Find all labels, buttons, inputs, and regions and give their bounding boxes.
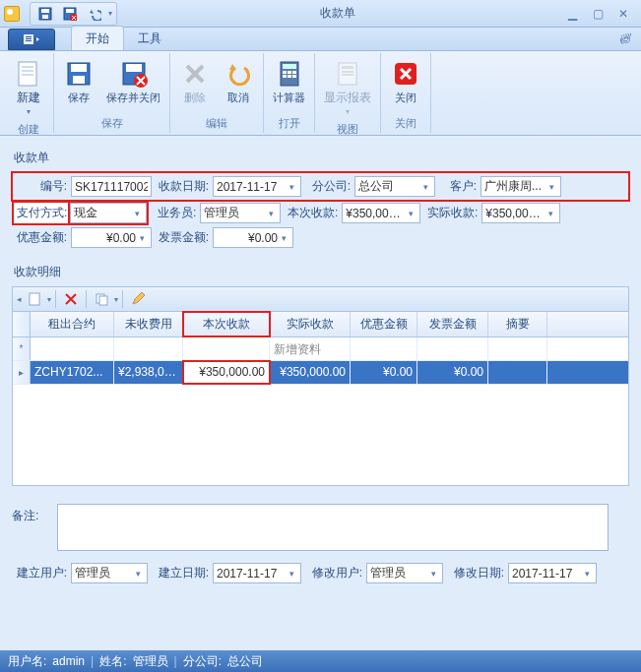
- chevron-down-icon[interactable]: ▾: [419, 182, 431, 192]
- toolbar-prev-icon[interactable]: ◂: [17, 294, 22, 304]
- app-icon: [4, 6, 20, 22]
- label-create-date: 建立日期:: [156, 565, 213, 581]
- svg-rect-13: [22, 74, 33, 76]
- toolbar-copy-icon[interactable]: [91, 289, 112, 309]
- chevron-down-icon[interactable]: ▾: [131, 209, 143, 218]
- remark-textarea[interactable]: [57, 504, 609, 551]
- col-thispay[interactable]: 本次收款: [183, 312, 270, 336]
- modify-date-combo[interactable]: 2017-11-17▾: [508, 563, 597, 583]
- qat-dropdown-icon[interactable]: ▾: [108, 9, 112, 18]
- svg-rect-18: [126, 64, 142, 72]
- toolbar-delete-icon[interactable]: [60, 289, 82, 309]
- delete-icon: [179, 58, 211, 90]
- spinner-icon[interactable]: ▾: [136, 233, 148, 243]
- qat-saveclose-icon[interactable]: [59, 4, 81, 24]
- toolbar-new-icon[interactable]: [24, 289, 45, 309]
- toolbar-copy-dd[interactable]: ▾: [114, 295, 118, 304]
- office-menu-button[interactable]: [8, 29, 55, 50]
- calculator-icon: [274, 58, 305, 90]
- group-edit-label: 编辑: [206, 115, 227, 133]
- discount-input[interactable]: ¥0.00▾: [71, 227, 152, 248]
- col-actual[interactable]: 实际收款: [270, 312, 351, 336]
- label-modify-date: 修改日期:: [451, 565, 508, 581]
- svg-rect-29: [342, 66, 353, 69]
- audit-footer: 建立用户: 管理员▾ 建立日期: 2017-11-17▾ 修改用户: 管理员▾ …: [12, 561, 629, 585]
- chevron-down-icon[interactable]: ▾: [132, 569, 144, 579]
- paytype-combo[interactable]: 现金▾: [70, 203, 147, 223]
- group-close-label: 关闭: [395, 115, 417, 133]
- col-invoice[interactable]: 发票金额: [417, 312, 488, 336]
- report-label: 显示报表: [324, 91, 371, 104]
- label-branch: 分公司:: [305, 178, 354, 195]
- tab-tools[interactable]: 工具: [124, 27, 175, 50]
- tab-start[interactable]: 开始: [71, 26, 124, 50]
- cell-actual[interactable]: ¥350,000.00: [270, 361, 351, 384]
- titlebar: ▾ 收款单 ▁ ▢ ✕: [0, 0, 641, 28]
- grid-data-row[interactable]: ▸ ZCHY1702... ¥2,938,000... ¥350,000.00 …: [13, 361, 628, 385]
- label-discount: 优惠金额:: [14, 229, 71, 246]
- qat-undo-icon[interactable]: [84, 4, 105, 24]
- col-unpaid[interactable]: 未收费用: [114, 312, 183, 336]
- toolbar-edit-icon[interactable]: [127, 289, 149, 309]
- chevron-down-icon[interactable]: ▾: [286, 569, 297, 579]
- svg-rect-12: [22, 70, 33, 72]
- spinner-icon[interactable]: ▾: [545, 209, 556, 218]
- label-remark: 备注:: [12, 504, 57, 524]
- detail-grid: 租出合约 未收费用 本次收款 实际收款 优惠金额 发票金额 摘要 * 新增资料 …: [12, 312, 629, 486]
- cancel-button[interactable]: 取消: [218, 55, 259, 107]
- actualpay-input[interactable]: ¥350,000.0▾: [481, 203, 560, 223]
- minimize-button[interactable]: ▁: [562, 6, 582, 22]
- toolbar-new-dd[interactable]: ▾: [47, 295, 51, 304]
- chevron-down-icon[interactable]: ▾: [265, 209, 277, 218]
- spinner-icon[interactable]: ▾: [278, 233, 289, 243]
- close-button[interactable]: 关闭: [385, 55, 426, 107]
- chevron-down-icon[interactable]: ▾: [581, 569, 593, 579]
- svg-rect-21: [283, 64, 296, 69]
- svg-rect-2: [42, 15, 48, 19]
- save-close-button[interactable]: 保存并关闭: [101, 55, 165, 107]
- svg-rect-4: [66, 9, 74, 13]
- close-window-button[interactable]: ✕: [613, 6, 633, 22]
- save-button[interactable]: 保存: [58, 55, 99, 107]
- branch-combo[interactable]: 总公司▾: [354, 176, 435, 197]
- svg-rect-22: [283, 71, 287, 74]
- qat-save-icon[interactable]: [34, 4, 56, 24]
- invoice-input[interactable]: ¥0.00▾: [213, 227, 293, 248]
- create-user-combo[interactable]: 管理员▾: [71, 563, 148, 583]
- modify-user-combo[interactable]: 管理员▾: [366, 563, 443, 583]
- cell-invoice[interactable]: ¥0.00: [417, 361, 488, 384]
- label-clerk: 业务员:: [151, 205, 200, 221]
- new-button[interactable]: 新建▾: [8, 55, 49, 121]
- thispay-input[interactable]: ¥350,000.0▾: [342, 203, 420, 223]
- customer-combo[interactable]: 广州康周...▾: [481, 176, 561, 197]
- date-combo[interactable]: 2017-11-17▾: [213, 176, 301, 197]
- chevron-down-icon[interactable]: ▾: [427, 569, 439, 579]
- ribbon-collapse-icon[interactable]: ༗: [609, 29, 641, 50]
- spinner-icon[interactable]: ▾: [405, 209, 417, 218]
- chevron-down-icon[interactable]: ▾: [545, 182, 557, 192]
- clerk-combo[interactable]: 管理员▾: [200, 203, 281, 223]
- cell-thispay[interactable]: ¥350,000.00: [183, 361, 270, 384]
- grid-body[interactable]: * 新增资料 ▸ ZCHY1702... ¥2,938,000... ¥350,…: [13, 337, 628, 485]
- code-input[interactable]: [71, 176, 152, 197]
- row-header-corner: [13, 312, 31, 336]
- svg-rect-16: [73, 76, 85, 84]
- label-code: 编号:: [14, 178, 71, 195]
- col-memo[interactable]: 摘要: [488, 312, 547, 336]
- cell-memo[interactable]: [488, 361, 547, 384]
- detail-toolbar: ◂ ▾ ▾: [12, 286, 629, 312]
- create-date-combo[interactable]: 2017-11-17▾: [213, 563, 301, 583]
- col-discount[interactable]: 优惠金额: [351, 312, 417, 336]
- delete-label: 删除: [184, 92, 206, 104]
- chevron-down-icon[interactable]: ▾: [286, 182, 297, 192]
- cell-contract[interactable]: ZCHY1702...: [31, 361, 114, 384]
- cell-unpaid[interactable]: ¥2,938,000...: [114, 361, 183, 384]
- detail-section-title: 收款明细: [14, 264, 629, 280]
- calculator-button[interactable]: 计算器: [268, 55, 310, 107]
- cell-discount[interactable]: ¥0.00: [351, 361, 417, 384]
- maximize-button[interactable]: ▢: [588, 6, 608, 22]
- col-contract[interactable]: 租出合约: [31, 312, 114, 336]
- grid-new-row[interactable]: * 新增资料: [13, 337, 628, 361]
- delete-button: 删除: [174, 55, 216, 107]
- svg-rect-23: [288, 71, 291, 74]
